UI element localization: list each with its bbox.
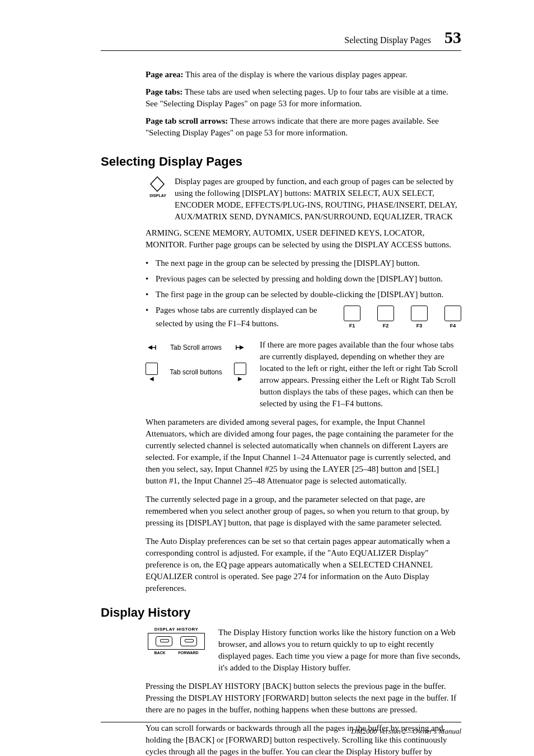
list-item: Pages whose tabs are currently displayed… (146, 303, 338, 330)
intro-paragraph: Display pages are grouped by function, a… (175, 176, 461, 223)
body-paragraph: When parameters are divided among severa… (146, 416, 461, 487)
f1-button-icon: F1 (344, 306, 360, 328)
body-paragraph: Pressing the DISPLAY HISTORY [BACK] butt… (146, 680, 461, 716)
display-history-text: The Display History function works like … (207, 627, 461, 674)
list-item: The next page in the group can be select… (146, 256, 461, 270)
f3-button-icon: F3 (411, 306, 428, 328)
page-header: Selecting Display Pages 53 (101, 28, 461, 51)
page-number: 53 (444, 28, 461, 47)
svg-marker-4 (240, 345, 244, 350)
page-tabs-def: Page tabs: These tabs are used when sele… (146, 86, 461, 110)
page-area-def: Page area: This area of the display is w… (146, 69, 461, 81)
tab-scroll-arrow-left-icon (146, 344, 158, 351)
display-history-row: DISPLAY HISTORY BACK FORWARD The Display… (146, 627, 461, 674)
header-title: Selecting Display Pages (344, 35, 431, 45)
forward-button-icon (180, 636, 197, 646)
section-heading-selecting: Selecting Display Pages (101, 154, 461, 169)
bullet-list: The next page in the group can be select… (146, 256, 461, 301)
svg-marker-0 (151, 177, 164, 191)
tab-scroll-text: If there are more pages available than t… (246, 339, 461, 410)
body-paragraph: The Auto Display preferences can be set … (146, 536, 461, 594)
tab-scroll-row: Tab Scroll arrows ◀ Tab scroll buttons ▶… (146, 339, 461, 410)
section-heading-history: Display History (101, 605, 461, 620)
display-button-icon: DISPLAY (146, 176, 170, 223)
f2-button-icon: F2 (377, 306, 394, 328)
svg-marker-1 (148, 345, 152, 350)
tab-scroll-arrows-label: Tab Scroll arrows (158, 344, 234, 351)
f-buttons-diagram: F1 F2 F3 F4 (344, 303, 461, 328)
display-history-label: DISPLAY HISTORY (146, 627, 207, 632)
definitions-block: Page area: This area of the display is w… (146, 69, 461, 139)
body-paragraph: The currently selected page in a group, … (146, 494, 461, 529)
back-label: BACK (154, 651, 165, 655)
page-footer: DM2000 Version 2—Owner's Manual (101, 722, 461, 736)
tab-scroll-arrow-right-icon (234, 344, 246, 351)
tab-scroll-buttons-label: Tab scroll buttons (158, 368, 234, 376)
f4-button-icon: F4 (444, 306, 461, 328)
tab-scroll-diagram: Tab Scroll arrows ◀ Tab scroll buttons ▶ (146, 339, 246, 388)
list-item: The first page in the group can be selec… (146, 288, 461, 301)
page-tab-scroll-def: Page tab scroll arrows: These arrows ind… (146, 115, 461, 139)
display-icon-label: DISPLAY (146, 194, 170, 198)
f-buttons-row: Pages whose tabs are currently displayed… (146, 303, 461, 330)
display-icon-row: DISPLAY Display pages are grouped by fun… (146, 176, 461, 223)
list-item: Previous pages can be selected by pressi… (146, 272, 461, 285)
back-button-icon (156, 636, 172, 646)
intro-paragraph-cont: ARMING, SCENE MEMORY, AUTOMIX, USER DEFI… (146, 227, 461, 251)
display-history-diagram: DISPLAY HISTORY BACK FORWARD (146, 627, 207, 674)
tab-scroll-button-right-icon: ▶ (234, 363, 246, 382)
forward-label: FORWARD (179, 651, 199, 655)
tab-scroll-button-left-icon: ◀ (146, 363, 158, 382)
